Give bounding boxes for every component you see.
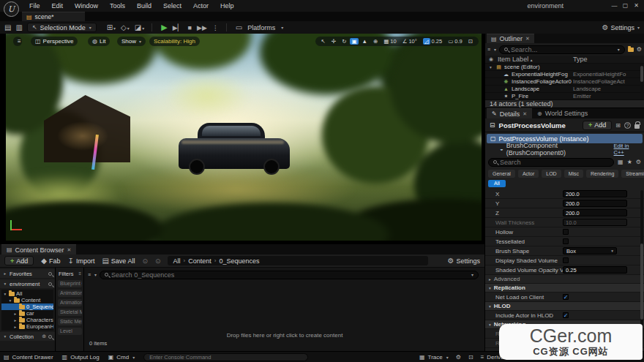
level-viewport[interactable]: ≡ ◫ Perspective ◍ Lit Show ▾ [0, 34, 484, 244]
search-icon[interactable] [48, 335, 52, 339]
chevron-icon[interactable]: ▸ [13, 325, 18, 329]
add-actor-button[interactable]: ⊞▾ [107, 23, 116, 31]
tab-outliner[interactable]: ▤ Outliner ✕ [487, 34, 534, 43]
tree-item-0_sequences[interactable]: 0_Sequences [1, 303, 53, 310]
menu-item-help[interactable]: Help [214, 0, 240, 12]
menu-item-select[interactable]: Select [157, 0, 187, 12]
breadcrumb-all[interactable]: All [173, 257, 180, 265]
console-command-input[interactable] [143, 353, 308, 361]
tab-world-settings[interactable]: ⊕ World Settings [532, 108, 593, 118]
breadcrumb[interactable]: All›Content›0_Sequences [168, 256, 428, 265]
outliner-row[interactable]: ☁ExponentialHeightFogExponentialHeightFo [485, 71, 644, 78]
filter-all-button[interactable]: All [488, 180, 506, 187]
category-misc[interactable]: Misc [564, 170, 583, 178]
filter-skeletal-mes[interactable]: Skeletal Mes [58, 309, 82, 316]
tree-item-all[interactable]: ▾All [1, 290, 53, 297]
property-input-z[interactable] [563, 209, 627, 216]
view-options-icon[interactable]: ⊞ [615, 122, 621, 129]
chevron-icon[interactable]: ▾ [8, 298, 12, 303]
filter-static-mesh[interactable]: Static Mesh [58, 318, 82, 325]
new-folder-icon[interactable] [628, 48, 634, 52]
checkbox-display-shaded-volume[interactable] [563, 257, 569, 263]
add-collection-icon[interactable]: ⊕ [42, 333, 46, 339]
play-options-icon[interactable]: ⋮ [212, 24, 219, 31]
content-drawer-button[interactable]: ▤ Content Drawer [4, 354, 53, 361]
close-icon[interactable]: ✕ [523, 111, 527, 117]
filter-icon[interactable]: ≡ [78, 271, 81, 276]
menu-item-edit[interactable]: Edit [46, 0, 70, 12]
outliner-search-input[interactable]: Search... ▾ [499, 45, 625, 54]
forward-icon[interactable]: ⊙ [155, 257, 161, 265]
world-space-icon[interactable]: ▲ [360, 38, 370, 45]
outliner-row[interactable]: ▾▤scene (Editor) [485, 64, 644, 71]
checkbox-net-load-on-client[interactable]: ✓ [563, 294, 569, 300]
tree-item-content[interactable]: ▾Content [1, 297, 53, 303]
gear-icon[interactable]: ⚙ [636, 159, 641, 165]
move-tool-icon[interactable]: ✢ [329, 38, 338, 45]
output-log-button[interactable]: ▥ Output Log [62, 354, 100, 361]
outliner-row[interactable]: ▲LandscapeLandscape [485, 86, 644, 93]
viewport-menu-button[interactable]: ≡ [13, 37, 22, 46]
stop-icon[interactable]: ■ [188, 24, 192, 31]
column-type[interactable]: Type [573, 56, 588, 63]
camera-speed-control[interactable]: ▭0.9 [446, 38, 465, 45]
component-row-brush[interactable]: ◒ BrushComponent (BrushComponent0) Edit … [487, 144, 643, 154]
close-icon[interactable]: ✕ [632, 0, 641, 12]
menu-item-build[interactable]: Build [131, 0, 157, 12]
gear-icon[interactable]: ⚙ [456, 354, 461, 361]
selection-mode-dropdown[interactable]: ↖ Selection Mode ▾ [27, 23, 97, 32]
view-mode-dropdown[interactable]: ◍ Lit [88, 37, 110, 46]
rotate-tool-icon[interactable]: ↻ [340, 38, 348, 45]
section-replication[interactable]: ▾Replication [485, 284, 644, 293]
category-general[interactable]: General [488, 170, 515, 178]
tree-item-europeanho[interactable]: ▸EuropeanHo [1, 323, 53, 330]
close-icon[interactable]: ✕ [67, 247, 72, 253]
asset-search-input[interactable]: Search 0_Sequences ▾ [100, 271, 479, 279]
outliner-row[interactable]: ❋InstancedFoliageActor0InstancedFoliageA… [485, 78, 644, 86]
cinematics-button[interactable]: ◪▾ [135, 23, 144, 31]
scrollbar-thumb[interactable] [640, 244, 643, 320]
rotation-snap-toggle[interactable]: ∠10° [400, 38, 419, 45]
checkbox-tessellated[interactable] [563, 238, 569, 244]
tree-item-car[interactable]: ▸car [1, 310, 53, 317]
display-filter-icon[interactable]: ▦ [618, 159, 624, 165]
menu-item-actor[interactable]: Actor [187, 0, 214, 12]
editor-modes-icon[interactable]: ▥ [15, 23, 22, 31]
category-rendering[interactable]: Rendering [586, 170, 618, 178]
section-advanced[interactable]: ▸Advanced [485, 275, 644, 284]
gear-icon[interactable]: ⚙ [637, 46, 642, 53]
content-browser-assets[interactable]: ≡ ▾ Search 0_Sequences ▾ Drop files here… [85, 268, 484, 351]
star-icon[interactable]: ★ [627, 159, 632, 165]
fab-button[interactable]: ◆ Fab [41, 257, 60, 265]
lock-icon[interactable] [634, 124, 640, 129]
viewport-scene[interactable]: ≡ ◫ Perspective ◍ Lit Show ▾ [6, 34, 482, 241]
property-input-x[interactable] [563, 190, 627, 197]
play-icon[interactable]: ▶ [161, 23, 167, 32]
menu-item-file[interactable]: File [23, 0, 46, 12]
close-icon[interactable]: ✕ [525, 36, 530, 42]
filter-blueprint-cla[interactable]: Blueprint Cla [58, 280, 82, 287]
cmd-dropdown[interactable]: ▣ Cmd ▾ [108, 354, 135, 361]
breadcrumb-0_sequences[interactable]: 0_Sequences [219, 257, 259, 265]
tab-scene[interactable]: ▤ scene* [22, 12, 85, 21]
category-lod[interactable]: LOD [542, 170, 561, 178]
save-icon[interactable]: ▤ [4, 23, 11, 31]
maximize-viewport-icon[interactable]: ⊡ [466, 38, 475, 45]
section-hlod[interactable]: ▾HLOD [485, 302, 644, 311]
search-icon[interactable] [48, 282, 52, 286]
edit-in-cpp-link[interactable]: Edit in C++ [614, 143, 639, 156]
menu-item-window[interactable]: Window [69, 0, 104, 12]
show-dropdown[interactable]: Show ▾ [117, 37, 146, 46]
category-actor[interactable]: Actor [518, 170, 539, 178]
blueprints-button[interactable]: ◇▾ [121, 23, 130, 31]
chevron-icon[interactable]: ▸ [13, 312, 18, 316]
eye-icon[interactable]: ◉ [489, 56, 493, 62]
trace-dropdown[interactable]: ▦ Trace ▾ [419, 354, 449, 361]
project-section[interactable]: ▾ environment [0, 279, 55, 288]
import-button[interactable]: ↧ Import [68, 257, 95, 265]
property-input-y[interactable] [563, 200, 627, 207]
maximize-icon[interactable]: ▢ [621, 0, 630, 12]
dropdown-brush-shape[interactable]: Box▾ [563, 247, 617, 254]
save-all-button[interactable]: ▤ Save All [102, 257, 135, 265]
surface-snap-icon[interactable]: ⊕ [371, 38, 380, 45]
